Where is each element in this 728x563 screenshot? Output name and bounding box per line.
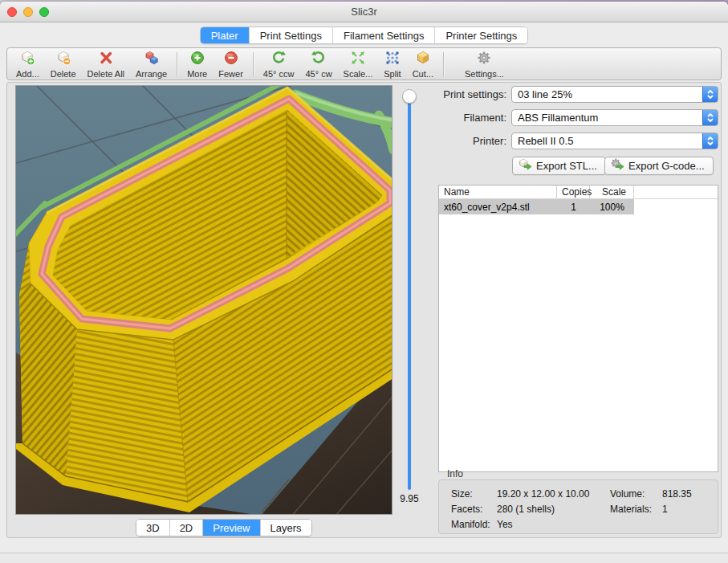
stepper-arrows-icon[interactable] bbox=[702, 109, 718, 126]
manifold-value: Yes bbox=[497, 519, 513, 530]
delete-all-button[interactable]: Delete All bbox=[82, 49, 130, 80]
size-label: Size: bbox=[451, 488, 473, 500]
red-x-icon bbox=[98, 50, 114, 69]
printer-label: Printer: bbox=[433, 135, 506, 147]
fewer-button[interactable]: Fewer bbox=[213, 49, 249, 80]
view-tab-preview[interactable]: Preview bbox=[203, 520, 260, 536]
print-settings-label: Print settings: bbox=[433, 88, 506, 100]
toolbar-separator bbox=[177, 52, 177, 76]
export-stl-icon bbox=[518, 157, 536, 174]
rotate-cw-icon bbox=[311, 50, 327, 69]
view-mode-tabs: 3D 2D Preview Layers bbox=[136, 519, 312, 536]
box-plus-icon bbox=[19, 50, 35, 69]
facets-value: 280 (1 shells) bbox=[497, 504, 555, 515]
info-group-box: Size: 19.20 x 12.00 x 10.00 Volume: 818.… bbox=[438, 479, 718, 534]
column-header-empty bbox=[634, 186, 718, 198]
manifold-label: Manifold: bbox=[451, 519, 490, 530]
volume-label: Volume: bbox=[610, 488, 645, 500]
print-settings-select[interactable]: 03 line 25% bbox=[511, 86, 718, 103]
view-tab-layers[interactable]: Layers bbox=[261, 520, 311, 536]
window-title: Slic3r bbox=[0, 6, 728, 18]
printer-select[interactable]: Rebell II 0.5 bbox=[511, 133, 718, 149]
more-button[interactable]: More bbox=[181, 49, 213, 80]
layer-slider-knob[interactable] bbox=[402, 89, 417, 104]
column-header-copies[interactable]: Copies bbox=[557, 186, 590, 198]
settings-button[interactable]: Settings... bbox=[459, 49, 510, 80]
split-button[interactable]: Split bbox=[378, 49, 406, 80]
arrange-button[interactable]: Arrange bbox=[130, 49, 173, 80]
object-name-cell: xt60_cover_v2p4.stl bbox=[439, 199, 557, 214]
gold-box-icon bbox=[415, 50, 431, 69]
table-header-row: Name Copies Scale bbox=[439, 186, 718, 199]
rotate-ccw-icon bbox=[270, 50, 287, 69]
info-group-title: Info bbox=[447, 468, 463, 479]
scale-button[interactable]: Scale... bbox=[338, 49, 379, 80]
scale-arrows-icon bbox=[350, 50, 366, 69]
tab-printer-settings[interactable]: Printer Settings bbox=[435, 27, 527, 44]
size-value: 19.20 x 12.00 x 10.00 bbox=[497, 488, 589, 500]
filament-label: Filament: bbox=[433, 112, 506, 124]
title-bar: Slic3r bbox=[0, 2, 728, 22]
view-tab-3d[interactable]: 3D bbox=[136, 520, 170, 536]
cut-button[interactable]: Cut... bbox=[407, 49, 439, 80]
plater-panel: 9.95 3D 2D Preview Layers Print settings… bbox=[6, 82, 722, 538]
filament-select[interactable]: ABS Fillamentum bbox=[511, 109, 718, 126]
export-stl-button[interactable]: Export STL... bbox=[512, 157, 606, 175]
add-button[interactable]: Add... bbox=[10, 49, 45, 80]
preview-3d-canvas[interactable] bbox=[15, 85, 392, 515]
table-row[interactable]: xt60_cover_v2p4.stl 1 100% bbox=[439, 199, 634, 214]
facets-label: Facets: bbox=[451, 504, 482, 515]
tab-filament-settings[interactable]: Filament Settings bbox=[333, 27, 435, 44]
gear-icon bbox=[476, 50, 492, 69]
column-header-scale[interactable]: Scale bbox=[590, 186, 634, 198]
main-tab-bar: Plater Print Settings Filament Settings … bbox=[0, 27, 728, 44]
export-gcode-button[interactable]: Export G-code... bbox=[604, 157, 714, 175]
object-copies-cell: 1 bbox=[557, 199, 590, 214]
toolbar-separator bbox=[443, 52, 444, 76]
layer-slider-track[interactable] bbox=[408, 99, 411, 490]
stepper-arrows-icon[interactable] bbox=[702, 133, 718, 149]
toolbar: Add... Delete Delete All bbox=[6, 47, 722, 80]
rotate-cw-button[interactable]: 45° cw bbox=[299, 49, 337, 80]
rotate-ccw-button[interactable]: 45° ccw bbox=[258, 49, 300, 80]
cubes-icon bbox=[144, 50, 160, 69]
export-gcode-icon bbox=[610, 157, 628, 174]
layer-slider-value: 9.95 bbox=[392, 493, 426, 504]
materials-label: Materials: bbox=[610, 504, 652, 515]
toolbar-separator bbox=[253, 52, 254, 76]
tab-plater[interactable]: Plater bbox=[201, 27, 250, 44]
object-scale-cell: 100% bbox=[590, 199, 634, 214]
object-list-table: Name Copies Scale xt60_cover_v2p4.stl 1 … bbox=[438, 185, 718, 472]
delete-button[interactable]: Delete bbox=[45, 49, 82, 80]
box-minus-icon bbox=[55, 50, 71, 69]
view-tab-2d[interactable]: 2D bbox=[170, 520, 204, 536]
split-dots-icon bbox=[384, 50, 401, 69]
volume-value: 818.35 bbox=[662, 488, 692, 500]
green-plus-circle-icon bbox=[189, 50, 205, 69]
status-bar bbox=[0, 553, 728, 563]
materials-value: 1 bbox=[662, 504, 668, 515]
column-header-name[interactable]: Name bbox=[439, 186, 557, 198]
red-minus-circle-icon bbox=[223, 50, 239, 69]
stepper-arrows-icon[interactable] bbox=[702, 86, 718, 103]
tab-print-settings[interactable]: Print Settings bbox=[250, 27, 333, 44]
app-window: Slic3r Plater Print Settings Filament Se… bbox=[0, 2, 728, 563]
